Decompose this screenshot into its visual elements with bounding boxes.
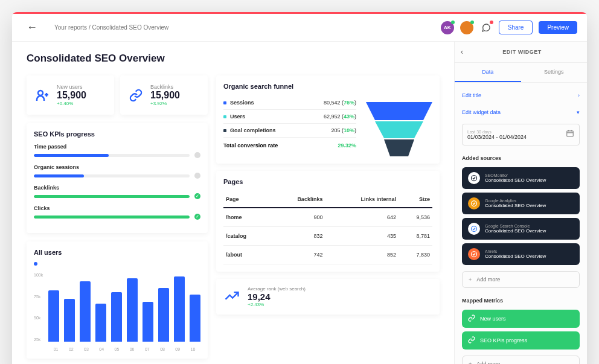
source-card[interactable]: SEOMonitorConsolidated SEO Overview (462, 167, 580, 189)
source-icon (468, 197, 480, 209)
pages-table: PageBacklinksLinks internalSize /home900… (223, 191, 432, 264)
notifications-icon[interactable] (479, 21, 493, 34)
rank-value: 19,24 (248, 292, 306, 302)
back-button[interactable]: ← (22, 19, 42, 36)
table-row[interactable]: /about7428527,830 (223, 246, 432, 264)
table-header: Links internal (325, 191, 399, 208)
metric-card[interactable]: SEO KPIs progress (462, 331, 580, 350)
plus-icon: + (469, 276, 472, 283)
legend-dot (34, 262, 37, 266)
stat-label: Backlinks (150, 84, 180, 90)
chart-bar (143, 302, 153, 342)
trend-up-icon (223, 287, 240, 307)
kpi-status-icon (194, 173, 200, 179)
mapped-metrics-label: Mapped Metrics (462, 298, 580, 304)
table-header: Page (223, 191, 270, 208)
rank-label: Average rank (web search) (248, 286, 306, 292)
kpi-label: Backlinks (34, 185, 200, 191)
sidebar: ‹ EDIT WIDGET Data Settings Edit title ›… (454, 42, 587, 364)
all-users-chart: 100k75k50k25k 01020304050607080910 (34, 273, 200, 351)
chart-bar (64, 299, 75, 342)
funnel-title: Organic search funnel (223, 83, 432, 90)
svg-marker-4 (375, 121, 423, 138)
added-sources-label: Added sources (462, 155, 580, 161)
stat-card-backlinks[interactable]: Backlinks 15,900 +3.92% (120, 75, 208, 115)
svg-marker-3 (366, 102, 432, 120)
funnel-item: Goal completions 205 (10%) (223, 124, 356, 138)
kpi-row: Time passed (34, 144, 200, 158)
chevron-down-icon: ▾ (577, 109, 580, 115)
tab-data[interactable]: Data (455, 63, 521, 82)
topbar: ← Your reports / Consolidated SEO Overvi… (12, 14, 587, 42)
table-header: Size (399, 191, 432, 208)
chart-bar (127, 278, 138, 342)
all-users-title: All users (34, 249, 200, 256)
kpis-title: SEO KPIs progress (34, 130, 200, 138)
rank-change: +2.43% (248, 302, 306, 307)
stat-value: 15,900 (150, 90, 180, 101)
edit-title-row[interactable]: Edit title › (462, 90, 580, 101)
source-icon (468, 172, 480, 184)
sidebar-title: EDIT WIDGET (463, 49, 581, 55)
funnel-shape (366, 102, 432, 156)
chart-bar (80, 281, 91, 342)
source-icon (468, 248, 480, 260)
chart-bar (48, 290, 59, 342)
tab-settings[interactable]: Settings (521, 63, 588, 82)
page-title: Consolidated SEO Overview (27, 53, 440, 65)
kpi-label: Time passed (34, 144, 200, 150)
source-card[interactable]: Google AnalyticsConsolidated SEO Overvie… (462, 193, 580, 214)
chart-bar (174, 276, 185, 342)
svg-marker-5 (384, 139, 414, 156)
stat-change: +0.40% (57, 101, 86, 106)
funnel-item: Users 62,952 (43%) (223, 110, 356, 124)
funnel-item: Sessions 80,542 (76%) (223, 96, 356, 110)
date-range-input[interactable]: Last 30 days 01/03/2024 - 01/04/2024 (462, 124, 580, 145)
source-card[interactable]: AhrefsConsolidated SEO Overview (462, 243, 580, 265)
add-metric-button[interactable]: + Add more (462, 356, 580, 364)
kpi-row: Clicks ✓ (34, 205, 200, 220)
svg-rect-6 (567, 131, 574, 136)
kpi-label: Organic sessions (34, 164, 200, 170)
kpi-status-icon (194, 152, 200, 158)
kpi-status-icon: ✓ (194, 214, 200, 220)
kpis-card: SEO KPIs progress Time passed Organic se… (27, 123, 208, 233)
svg-point-0 (38, 91, 43, 95)
stat-change: +3.92% (150, 101, 180, 106)
link-icon (127, 87, 144, 104)
chart-bar (111, 292, 122, 342)
breadcrumb[interactable]: Your reports / Consolidated SEO Overview (54, 24, 168, 31)
user-plus-icon (34, 87, 51, 104)
table-row[interactable]: /home9006429,536 (223, 208, 432, 227)
funnel-total: Total conversion rate29.32% (223, 138, 356, 148)
all-users-card: All users 100k75k50k25k 0102030405060708… (27, 241, 208, 359)
stat-value: 15,900 (57, 90, 86, 101)
avatar-user-1[interactable]: AK (441, 21, 454, 34)
kpi-label: Clicks (34, 205, 200, 211)
chart-bar (158, 288, 169, 342)
source-card[interactable]: Google Search ConsoleConsolidated SEO Ov… (462, 218, 580, 240)
calendar-icon (566, 129, 574, 140)
source-icon (468, 223, 480, 235)
edit-widget-data-row[interactable]: Edit widget data ▾ (462, 107, 580, 118)
stat-card-new-users[interactable]: New users 15,900 +0.40% (27, 75, 114, 115)
link-icon (468, 336, 475, 345)
metric-card[interactable]: New users (462, 310, 580, 328)
preview-button[interactable]: Preview (539, 21, 577, 34)
stat-label: New users (57, 84, 86, 90)
funnel-card: Organic search funnel Sessions 80,542 (7… (216, 75, 440, 164)
chart-bar (95, 304, 106, 342)
avatar-user-2[interactable] (460, 21, 473, 34)
rank-card: Average rank (web search) 19,24 +2.43% (216, 279, 440, 315)
pages-card: Pages PageBacklinksLinks internalSize /h… (216, 171, 440, 272)
table-header: Backlinks (270, 191, 325, 208)
table-row[interactable]: /catalog8324358,781 (223, 227, 432, 246)
kpi-status-icon: ✓ (194, 193, 200, 199)
chevron-right-icon: › (578, 92, 580, 98)
pages-title: Pages (223, 178, 432, 185)
link-icon (468, 315, 475, 323)
kpi-row: Backlinks ✓ (34, 185, 200, 199)
share-button[interactable]: Share (499, 21, 533, 34)
chart-bar (190, 295, 200, 342)
add-source-button[interactable]: + Add more (462, 271, 580, 288)
